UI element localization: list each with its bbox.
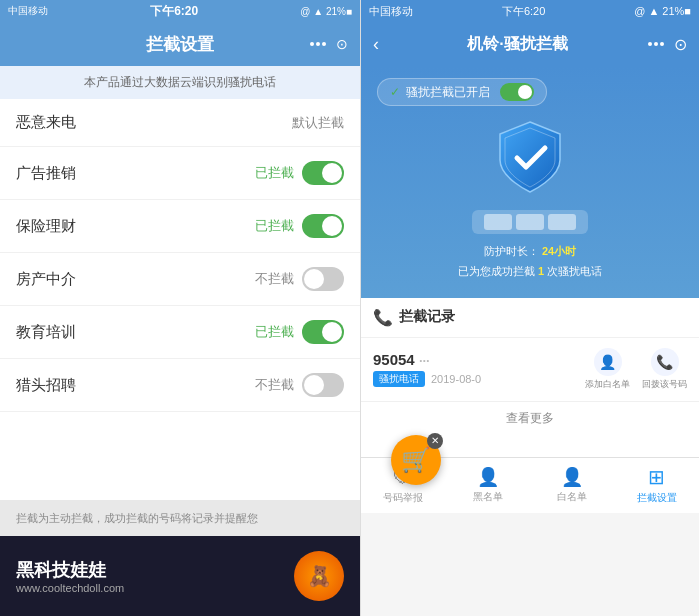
item-label-4: 教育培训 bbox=[16, 323, 76, 342]
tag-row: 骚扰电话 2019-08-0 bbox=[373, 371, 585, 387]
phone-dots: ··· bbox=[419, 353, 430, 368]
footer-text: 拦截为主动拦截，成功拦截的号码将记录并提醒您 bbox=[16, 512, 258, 524]
header-icons-right: ⊙ bbox=[648, 35, 687, 54]
banner-left: 黑科技娃娃 www.cooltechdoll.com 🧸 bbox=[0, 536, 360, 616]
list-item-5: 猎头招聘 不拦截 bbox=[0, 359, 360, 412]
target-icon[interactable]: ⊙ bbox=[336, 36, 348, 52]
blacklist-icon: 👤 bbox=[477, 466, 499, 488]
item-label-3: 房产中介 bbox=[16, 270, 76, 289]
banner-main: 黑科技娃娃 bbox=[16, 558, 124, 582]
more-icon-right[interactable] bbox=[648, 42, 664, 46]
callback-icon: 📞 bbox=[651, 348, 679, 376]
item-right-3: 不拦截 bbox=[255, 267, 344, 291]
nav-label-2: 白名单 bbox=[557, 490, 587, 504]
status-bar-right: 中国移动 下午6:20 @ ▲ 21%■ bbox=[361, 0, 699, 22]
settings-icon: ⊞ bbox=[648, 465, 665, 489]
item-right-4: 已拦截 bbox=[255, 320, 344, 344]
item-status-0: 默认拦截 bbox=[292, 114, 344, 132]
info-text: 本产品通过大数据云端识别骚扰电话 bbox=[84, 75, 276, 89]
tag-date: 2019-08-0 bbox=[431, 373, 481, 385]
section-label: 拦截记录 bbox=[399, 308, 455, 326]
icons-right: @ ▲ 21%■ bbox=[634, 5, 691, 17]
nav-label-0: 号码举报 bbox=[383, 491, 423, 505]
nav-item-settings[interactable]: ⊞ 拦截设置 bbox=[615, 458, 700, 513]
time-right: 下午6:20 bbox=[502, 4, 545, 19]
footer-note: 拦截为主动拦截，成功拦截的号码将记录并提醒您 bbox=[0, 500, 360, 537]
whitelist-icon: 👤 bbox=[561, 466, 583, 488]
header-left: 拦截设置 ⊙ bbox=[0, 22, 360, 66]
toggle-5[interactable] bbox=[302, 373, 344, 397]
more-icon[interactable] bbox=[310, 42, 326, 46]
list-section: 恶意来电 默认拦截 广告推销 已拦截 保险理财 已拦截 房产中介 不拦截 bbox=[0, 99, 360, 500]
back-button[interactable]: ‹ bbox=[373, 34, 379, 55]
add-whitelist-icon: 👤 bbox=[594, 348, 622, 376]
check-icon: ✓ bbox=[390, 85, 400, 99]
enabled-badge-text: 骚扰拦截已开启 bbox=[406, 84, 490, 101]
shield-icon bbox=[495, 120, 565, 200]
item-label-1: 广告推销 bbox=[16, 164, 76, 183]
intercept-section: 📞 拦截记录 95054 ··· 骚扰电话 2019-08-0 👤 添加白名单 bbox=[361, 298, 699, 457]
banner-image: 🧸 bbox=[294, 551, 344, 601]
list-item-3: 房产中介 不拦截 bbox=[0, 253, 360, 306]
intercept-item: 95054 ··· 骚扰电话 2019-08-0 👤 添加白名单 📞 回拨该号码 bbox=[361, 338, 699, 402]
list-item-2: 保险理财 已拦截 bbox=[0, 200, 360, 253]
protection-info: 防护时长： 24小时 已为您成功拦截 1 次骚扰电话 bbox=[458, 242, 602, 282]
nav-item-blacklist[interactable]: 👤 黑名单 bbox=[446, 458, 531, 513]
toggle-2[interactable] bbox=[302, 214, 344, 238]
duration-value: 24小时 bbox=[542, 245, 576, 257]
phone-block-2 bbox=[516, 214, 544, 230]
right-panel: 中国移动 下午6:20 @ ▲ 21%■ ‹ 机铃·骚扰拦截 ⊙ ✓ 骚扰拦截已… bbox=[360, 0, 699, 616]
toggle-4[interactable] bbox=[302, 320, 344, 344]
banner-text: 黑科技娃娃 www.cooltechdoll.com bbox=[16, 558, 124, 594]
item-label-2: 保险理财 bbox=[16, 217, 76, 236]
cart-popup[interactable]: 🛒 ✕ bbox=[391, 435, 441, 485]
target-icon-right[interactable]: ⊙ bbox=[674, 35, 687, 54]
header-icons-left: ⊙ bbox=[310, 36, 348, 52]
page-title-left: 拦截设置 bbox=[146, 33, 214, 56]
main-toggle[interactable] bbox=[500, 83, 534, 101]
list-item-4: 教育培训 已拦截 bbox=[0, 306, 360, 359]
time-left: 下午6:20 bbox=[150, 3, 198, 20]
list-item-1: 广告推销 已拦截 bbox=[0, 147, 360, 200]
add-whitelist-label: 添加白名单 bbox=[585, 378, 630, 391]
item-status-3: 不拦截 bbox=[255, 270, 294, 288]
duration-label: 防护时长： bbox=[484, 245, 539, 257]
protection-duration: 防护时长： 24小时 bbox=[458, 242, 602, 262]
protection-count: 已为您成功拦截 1 次骚扰电话 bbox=[458, 262, 602, 282]
callback-label: 回拨该号码 bbox=[642, 378, 687, 391]
phone-block-3 bbox=[548, 214, 576, 230]
phone-block-1 bbox=[484, 214, 512, 230]
item-label-5: 猎头招聘 bbox=[16, 376, 76, 395]
phone-num-text: 95054 bbox=[373, 351, 415, 368]
intercept-text: 已为您成功拦截 bbox=[458, 265, 535, 277]
header-right: ‹ 机铃·骚扰拦截 ⊙ bbox=[361, 22, 699, 66]
nav-label-1: 黑名单 bbox=[473, 490, 503, 504]
right-panel-wrapper: 🛒 ✕ 🛡 号码举报 👤 黑名单 👤 白名单 ⊞ 拦截设 bbox=[361, 457, 699, 616]
carrier-left: 中国移动 bbox=[8, 4, 48, 18]
shield-container bbox=[495, 120, 565, 206]
blue-hero: ✓ 骚扰拦截已开启 bbox=[361, 66, 699, 298]
nav-item-whitelist[interactable]: 👤 白名单 bbox=[530, 458, 615, 513]
item-right-1: 已拦截 bbox=[255, 161, 344, 185]
nav-label-3: 拦截设置 bbox=[637, 491, 677, 505]
section-header: 📞 拦截记录 bbox=[361, 298, 699, 338]
view-more-button[interactable]: 查看更多 bbox=[361, 402, 699, 435]
intercept-count: 1 bbox=[538, 265, 544, 277]
toggle-3[interactable] bbox=[302, 267, 344, 291]
left-panel: 中国移动 下午6:20 @ ▲ 21%■ 拦截设置 ⊙ 本产品通过大数据云端识别… bbox=[0, 0, 360, 616]
banner-sub: www.cooltechdoll.com bbox=[16, 582, 124, 594]
item-label-0: 恶意来电 bbox=[16, 113, 76, 132]
item-right-2: 已拦截 bbox=[255, 214, 344, 238]
intercept-actions: 👤 添加白名单 📞 回拨该号码 bbox=[585, 348, 687, 391]
add-whitelist-button[interactable]: 👤 添加白名单 bbox=[585, 348, 630, 391]
item-status-5: 不拦截 bbox=[255, 376, 294, 394]
toggle-1[interactable] bbox=[302, 161, 344, 185]
cart-badge-text: ✕ bbox=[431, 435, 439, 446]
phone-tag: 骚扰电话 bbox=[373, 371, 425, 387]
phone-icon: 📞 bbox=[373, 308, 393, 327]
icons-left: @ ▲ 21%■ bbox=[300, 6, 352, 17]
item-status-1: 已拦截 bbox=[255, 164, 294, 182]
carrier-right: 中国移动 bbox=[369, 4, 413, 19]
callback-button[interactable]: 📞 回拨该号码 bbox=[642, 348, 687, 391]
list-item-0: 恶意来电 默认拦截 bbox=[0, 99, 360, 147]
